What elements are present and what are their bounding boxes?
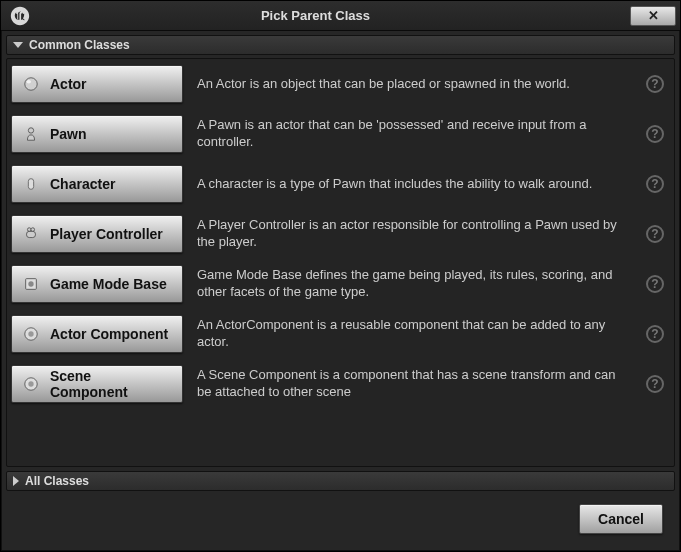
- class-button-character[interactable]: Character: [11, 165, 183, 203]
- help-icon[interactable]: ?: [646, 325, 664, 343]
- class-description: A Player Controller is an actor responsi…: [197, 217, 632, 251]
- class-label: Pawn: [50, 126, 87, 142]
- svg-point-1: [27, 80, 31, 84]
- class-description: An Actor is an object that can be placed…: [197, 76, 632, 93]
- class-row-actor-component: Actor Component An ActorComponent is a r…: [11, 315, 670, 353]
- class-label: Actor: [50, 76, 87, 92]
- svg-rect-3: [28, 179, 33, 190]
- class-description: A Scene Component is a component that ha…: [197, 367, 632, 401]
- class-button-actor[interactable]: Actor: [11, 65, 183, 103]
- svg-point-2: [28, 128, 33, 133]
- svg-point-5: [27, 228, 31, 232]
- class-row-game-mode: Game Mode Base Game Mode Base defines th…: [11, 265, 670, 303]
- actor-component-icon: [22, 325, 40, 343]
- svg-point-12: [28, 381, 33, 386]
- titlebar: Pick Parent Class ✕: [1, 1, 680, 31]
- pick-parent-class-window: Pick Parent Class ✕ Common Classes Actor…: [0, 0, 681, 552]
- class-label: Player Controller: [50, 226, 163, 242]
- class-row-character: Character A character is a type of Pawn …: [11, 165, 670, 203]
- class-description: A character is a type of Pawn that inclu…: [197, 176, 632, 193]
- close-icon: ✕: [648, 8, 659, 23]
- close-button[interactable]: ✕: [630, 6, 676, 26]
- actor-icon: [22, 75, 40, 93]
- expand-arrow-icon: [13, 42, 23, 48]
- section-label: Common Classes: [29, 38, 130, 52]
- svg-point-8: [28, 281, 33, 286]
- game-mode-icon: [22, 275, 40, 293]
- class-button-player-controller[interactable]: Player Controller: [11, 215, 183, 253]
- help-icon[interactable]: ?: [646, 275, 664, 293]
- help-icon[interactable]: ?: [646, 175, 664, 193]
- class-description: Game Mode Base defines the game being pl…: [197, 267, 632, 301]
- class-label: Scene Component: [50, 368, 172, 400]
- class-row-actor: Actor An Actor is an object that can be …: [11, 65, 670, 103]
- common-classes-header[interactable]: Common Classes: [6, 35, 675, 55]
- class-button-actor-component[interactable]: Actor Component: [11, 315, 183, 353]
- dialog-footer: Cancel: [6, 494, 675, 546]
- collapse-arrow-icon: [13, 476, 19, 486]
- svg-rect-4: [27, 231, 36, 237]
- svg-point-6: [31, 228, 35, 232]
- class-label: Actor Component: [50, 326, 168, 342]
- all-classes-header[interactable]: All Classes: [6, 471, 675, 491]
- common-classes-list: Actor An Actor is an object that can be …: [6, 58, 675, 467]
- svg-point-0: [25, 78, 37, 90]
- class-button-game-mode[interactable]: Game Mode Base: [11, 265, 183, 303]
- section-label: All Classes: [25, 474, 89, 488]
- class-row-player-controller: Player Controller A Player Controller is…: [11, 215, 670, 253]
- class-label: Character: [50, 176, 115, 192]
- class-row-pawn: Pawn A Pawn is an actor that can be 'pos…: [11, 115, 670, 153]
- class-button-pawn[interactable]: Pawn: [11, 115, 183, 153]
- class-row-scene-component: Scene Component A Scene Component is a c…: [11, 365, 670, 403]
- scene-component-icon: [22, 375, 40, 393]
- help-icon[interactable]: ?: [646, 375, 664, 393]
- dialog-body: Common Classes Actor An Actor is an obje…: [1, 31, 680, 551]
- class-button-scene-component[interactable]: Scene Component: [11, 365, 183, 403]
- player-controller-icon: [22, 225, 40, 243]
- help-icon[interactable]: ?: [646, 125, 664, 143]
- class-description: An ActorComponent is a reusable componen…: [197, 317, 632, 351]
- class-description: A Pawn is an actor that can be 'possesse…: [197, 117, 632, 151]
- pawn-icon: [22, 125, 40, 143]
- character-icon: [22, 175, 40, 193]
- help-icon[interactable]: ?: [646, 225, 664, 243]
- class-label: Game Mode Base: [50, 276, 167, 292]
- help-icon[interactable]: ?: [646, 75, 664, 93]
- window-title: Pick Parent Class: [1, 8, 630, 23]
- cancel-button[interactable]: Cancel: [579, 504, 663, 534]
- svg-point-10: [28, 331, 33, 336]
